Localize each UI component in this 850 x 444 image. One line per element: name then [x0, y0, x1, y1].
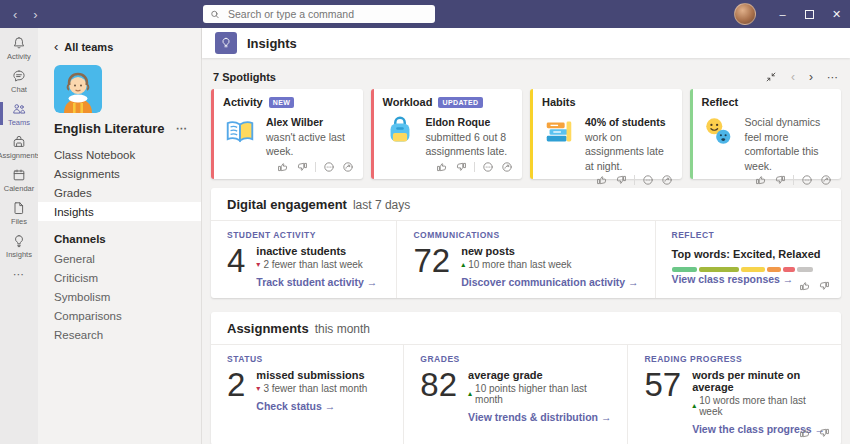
student-activity-column: STUDENT ACTIVITY 4 inactive students ▾ 2…	[211, 221, 396, 298]
sidebar-item-teams[interactable]: Teams	[0, 97, 38, 130]
divider	[634, 175, 635, 185]
books-stack-icon	[542, 115, 576, 149]
delta-indicator: ▾ 3 fewer than last month	[256, 383, 367, 394]
team-panel: ‹ All teams English Literature ⋯ Class N…	[38, 28, 202, 444]
chevron-left-icon: ‹	[54, 40, 58, 53]
app-rail: Activity Chat Teams Assignments Calendar…	[0, 28, 38, 444]
more-apps-icon[interactable]: ⋯	[0, 268, 38, 281]
sidebar-item-chat[interactable]: Chat	[0, 64, 38, 97]
section-subtitle: this month	[315, 322, 370, 336]
comment-icon[interactable]	[323, 161, 335, 173]
thumbs-up-icon[interactable]	[799, 280, 811, 292]
back-icon[interactable]: ‹	[13, 8, 17, 21]
thumbs-down-icon[interactable]	[818, 280, 830, 292]
view-trends-link[interactable]: View trends & distribution →	[468, 411, 611, 423]
channel-comparisons[interactable]: Comparisons	[38, 306, 201, 325]
collapse-icon[interactable]	[765, 71, 777, 83]
thumbs-up-icon[interactable]	[755, 174, 767, 186]
prev-spotlights-icon[interactable]: ‹	[791, 71, 795, 83]
channel-general[interactable]: General	[38, 249, 201, 268]
share-icon[interactable]	[820, 174, 832, 186]
sidebar-item-assignments[interactable]: Assignments	[0, 130, 38, 163]
thumbs-up-icon[interactable]	[277, 161, 289, 173]
thumbs-down-icon[interactable]	[296, 161, 308, 173]
lightbulb-icon	[11, 233, 27, 249]
delta-triangle-icon: ▴	[461, 261, 465, 269]
spotlight-card[interactable]: Reflect Social dynamics feel more comfor…	[690, 89, 842, 179]
comment-icon[interactable]	[801, 174, 813, 186]
card-title: Reflect	[702, 96, 739, 108]
top-words: Top words: Excited, Relaxed	[672, 248, 825, 260]
channel-criticism[interactable]: Criticism	[38, 268, 201, 287]
team-menu: Class Notebook Assignments Grades Insigh…	[38, 145, 201, 221]
next-spotlights-icon[interactable]: ›	[809, 71, 813, 83]
menu-item-class-notebook[interactable]: Class Notebook	[38, 145, 201, 164]
thumbs-down-icon[interactable]	[818, 427, 830, 439]
team-options-icon[interactable]: ⋯	[176, 122, 188, 135]
view-class-responses-link[interactable]: View class responses →	[672, 273, 794, 285]
sidebar-item-insights[interactable]: Insights	[0, 229, 38, 262]
discover-communication-link[interactable]: Discover communication activity →	[461, 276, 638, 288]
channel-research[interactable]: Research	[38, 325, 201, 344]
all-teams-back[interactable]: ‹ All teams	[38, 28, 201, 57]
channels-header: Channels	[38, 221, 201, 249]
status-column: STATUS 2 missed submissions ▾ 3 fewer th…	[211, 345, 403, 444]
comment-icon[interactable]	[482, 161, 494, 173]
metric-value: 4	[227, 245, 245, 288]
card-title: Workload	[383, 96, 433, 108]
file-icon	[11, 200, 27, 216]
search-icon	[210, 9, 220, 20]
spotlights-more-icon[interactable]: ⋯	[827, 71, 839, 84]
channel-symbolism[interactable]: Symbolism	[38, 287, 201, 306]
section-title: Digital engagement	[227, 197, 347, 212]
history-nav: ‹ ›	[13, 8, 38, 21]
forward-icon[interactable]: ›	[33, 8, 37, 21]
track-student-activity-link[interactable]: Track student activity →	[256, 276, 377, 288]
share-icon[interactable]	[342, 161, 354, 173]
thumbs-up-icon[interactable]	[799, 427, 811, 439]
thumbs-down-icon[interactable]	[615, 174, 627, 186]
insights-app-icon	[215, 32, 237, 54]
menu-item-grades[interactable]: Grades	[38, 183, 201, 202]
share-icon[interactable]	[501, 161, 513, 173]
sidebar-item-activity[interactable]: Activity	[0, 31, 38, 64]
thumbs-up-icon[interactable]	[596, 174, 608, 186]
digital-engagement-section: Digital engagement last 7 days STUDENT A…	[211, 188, 841, 298]
communications-column: COMMUNICATIONS 72 new posts ▴ 10 more th…	[396, 221, 654, 298]
thumbs-up-icon[interactable]	[436, 161, 448, 173]
delta-triangle-icon: ▴	[692, 402, 696, 410]
metric-value: 57	[644, 369, 681, 435]
grades-column: GRADES 82 average grade ▴ 10 points high…	[403, 345, 627, 444]
thumbs-down-icon[interactable]	[455, 161, 467, 173]
comment-icon[interactable]	[642, 174, 654, 186]
close-button[interactable]: ✕	[823, 0, 850, 28]
shakespeare-avatar-icon	[54, 65, 102, 113]
spotlight-card[interactable]: Habits 40% of students work on assignmen…	[530, 89, 682, 179]
menu-item-insights[interactable]: Insights	[38, 202, 201, 221]
thumbs-down-icon[interactable]	[774, 174, 786, 186]
search-box[interactable]	[203, 5, 435, 23]
delta-indicator: ▴ 10 points higher than last month	[468, 383, 611, 405]
team-avatar[interactable]	[54, 65, 102, 113]
sidebar-item-files[interactable]: Files	[0, 196, 38, 229]
metric-value: 82	[420, 369, 457, 423]
maximize-button[interactable]	[796, 0, 823, 28]
search-input[interactable]	[226, 7, 428, 21]
check-status-link[interactable]: Check status →	[256, 400, 367, 412]
metric-value: 2	[227, 369, 245, 412]
bell-icon	[11, 35, 27, 51]
spotlight-card[interactable]: Workload UPDATED Eldon Roque submitted 6…	[371, 89, 523, 179]
delta-triangle-icon: ▾	[256, 385, 260, 393]
sidebar-item-calendar[interactable]: Calendar	[0, 163, 38, 196]
spotlight-card[interactable]: Activity NEW Alex Wilber wasn't active l…	[211, 89, 363, 179]
menu-item-assignments[interactable]: Assignments	[38, 164, 201, 183]
minimize-button[interactable]: –	[769, 0, 796, 28]
delta-triangle-icon: ▾	[256, 261, 260, 269]
delta-indicator: ▴ 10 more than last week	[461, 259, 638, 270]
team-name: English Literature	[54, 121, 165, 136]
user-avatar[interactable]	[734, 3, 756, 25]
share-icon[interactable]	[661, 174, 673, 186]
maximize-icon	[805, 10, 814, 19]
spotlights-count: 7 Spotlights	[213, 71, 276, 83]
spotlights-controls: ‹ › ⋯	[765, 71, 839, 84]
